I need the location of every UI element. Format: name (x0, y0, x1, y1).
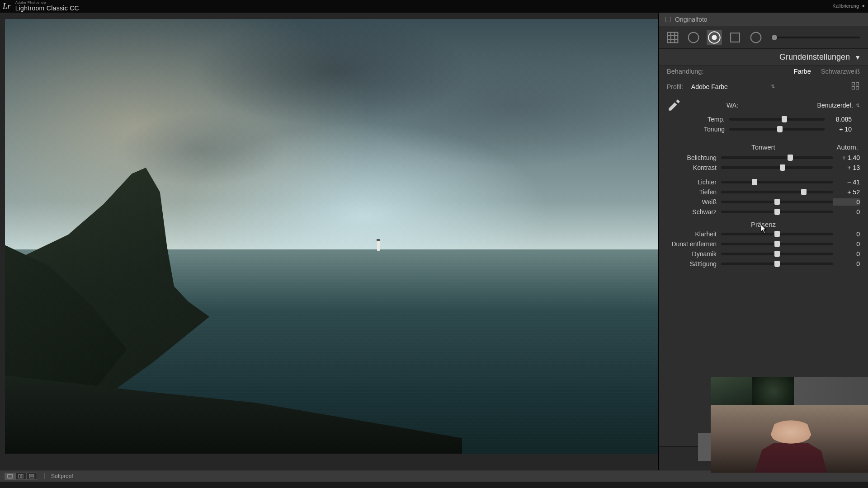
svg-point-5 (689, 32, 699, 42)
profile-label: Profil: (667, 83, 683, 90)
loupe-view-icon[interactable] (5, 473, 15, 480)
exposure-value[interactable]: + 1,40 (833, 154, 860, 161)
svg-rect-0 (668, 32, 678, 42)
originalfoto-label: Originalfoto (675, 16, 708, 23)
presence-title: Präsenz (659, 217, 868, 229)
photo-frame (5, 19, 658, 454)
vibrance-slider[interactable] (721, 253, 833, 255)
svg-rect-11 (856, 83, 859, 85)
exposure-slider[interactable] (721, 156, 833, 159)
dehaze-slider[interactable] (721, 243, 833, 245)
clarity-value[interactable]: 0 (833, 230, 860, 238)
saturation-value[interactable]: 0 (833, 260, 860, 267)
titlebar: Lr Adobe Photoshop Lightroom Classic CC (0, 0, 868, 13)
radial-tool-icon[interactable] (748, 30, 764, 45)
wb-preset[interactable]: Benutzerdef. (817, 102, 853, 109)
filmstrip-thumb[interactable] (752, 377, 794, 405)
collapse-icon[interactable]: ▼ (854, 54, 861, 61)
whites-value[interactable]: 0 (833, 198, 860, 206)
whites-label: Weiß (667, 198, 721, 206)
originalfoto-checkbox[interactable] (665, 17, 670, 22)
tint-value[interactable]: + 10 (825, 126, 852, 133)
auto-button[interactable]: Autom. (836, 143, 858, 151)
softproof-label[interactable]: Softproof (51, 473, 73, 479)
clarity-slider-row: Klarheit 0 (659, 229, 868, 239)
exposure-label: Belichtung (667, 154, 721, 161)
profile-value[interactable]: Adobe Farbe (691, 83, 768, 90)
app-vendor: Adobe Photoshop (15, 1, 79, 4)
originalfoto-row[interactable]: Originalfoto (659, 13, 868, 26)
lighthouse-detail (377, 241, 380, 251)
highlights-slider[interactable] (721, 181, 833, 183)
dehaze-slider-row: Dunst entfernen 0 (659, 239, 868, 249)
mask-amount-slider[interactable] (771, 37, 860, 38)
dehaze-label: Dunst entfernen (667, 240, 721, 248)
profile-dropdown-icon[interactable]: ⇅ (771, 84, 774, 89)
before-after-lr-icon[interactable] (15, 473, 26, 480)
redeye-tool-icon[interactable] (707, 30, 722, 45)
calibration-header[interactable]: Kalibrierung ◂ (832, 3, 864, 9)
wb-row: WA: Benutzerdef. ⇅ (667, 98, 860, 113)
tint-slider-row: Tonung + 10 (667, 124, 860, 134)
temp-label: Temp. (675, 116, 729, 123)
wb-eyedropper-icon[interactable] (667, 98, 681, 113)
svg-rect-15 (19, 474, 20, 478)
svg-rect-13 (856, 87, 859, 89)
filmstrip-thumb[interactable] (711, 377, 752, 405)
temp-slider[interactable] (729, 118, 825, 121)
blacks-slider[interactable] (721, 211, 833, 213)
saturation-slider-row: Sättigung 0 (659, 259, 868, 269)
local-tools-row (659, 26, 868, 49)
svg-point-9 (751, 32, 761, 42)
basic-panel-title: Grundeinstellungen (779, 52, 850, 62)
vibrance-value[interactable]: 0 (833, 250, 860, 258)
contrast-slider[interactable] (721, 166, 833, 169)
profile-row: Profil: Adobe Farbe ⇅ (659, 77, 868, 96)
contrast-label: Kontrast (667, 164, 721, 171)
highlights-slider-row: Lichter – 41 (659, 177, 868, 187)
highlights-value[interactable]: – 41 (833, 178, 860, 186)
blacks-slider-row: Schwarz 0 (659, 207, 868, 217)
image-viewer[interactable] (0, 13, 658, 470)
shadows-label: Tiefen (667, 188, 721, 196)
clarity-label: Klarheit (667, 230, 721, 238)
before-after-tb-icon[interactable] (26, 473, 37, 480)
treatment-bw[interactable]: Schwarzweiß (821, 68, 860, 75)
tone-title: Tonwert (751, 143, 775, 151)
svg-rect-17 (29, 474, 34, 476)
wb-label: WA: (726, 102, 738, 109)
tint-slider[interactable] (729, 128, 825, 131)
calibration-label: Kalibrierung (832, 3, 859, 9)
app-name: Lightroom Classic CC (15, 5, 79, 12)
vibrance-slider-row: Dynamik 0 (659, 249, 868, 259)
gradient-tool-icon[interactable] (727, 30, 743, 45)
wb-dropdown-icon[interactable]: ⇅ (856, 103, 860, 108)
svg-rect-10 (852, 83, 855, 85)
app-logo: Lr (3, 2, 11, 11)
saturation-slider[interactable] (721, 263, 833, 265)
contrast-slider-row: Kontrast + 13 (659, 163, 868, 173)
whites-slider[interactable] (721, 201, 833, 203)
contrast-value[interactable]: + 13 (833, 164, 860, 171)
highlights-label: Lichter (667, 178, 721, 186)
treatment-label: Behandlung: (667, 68, 703, 75)
vibrance-label: Dynamik (667, 250, 721, 258)
webcam-overlay (711, 377, 868, 473)
svg-rect-16 (21, 474, 23, 478)
exposure-slider-row: Belichtung + 1,40 (659, 153, 868, 163)
clarity-slider[interactable] (721, 233, 833, 235)
dehaze-value[interactable]: 0 (833, 240, 860, 248)
svg-rect-18 (29, 477, 34, 478)
treatment-color[interactable]: Farbe (794, 68, 811, 75)
svg-rect-8 (731, 33, 740, 42)
blacks-value[interactable]: 0 (833, 208, 860, 216)
profile-browser-icon[interactable] (851, 81, 860, 92)
shadows-slider[interactable] (721, 191, 833, 193)
temp-value[interactable]: 8.085 (825, 116, 852, 123)
preview-photo[interactable] (5, 19, 658, 454)
basic-panel-header[interactable]: Grundeinstellungen ▼ (659, 49, 868, 66)
crop-tool-icon[interactable] (665, 30, 680, 45)
shadows-value[interactable]: + 52 (833, 188, 860, 196)
spot-tool-icon[interactable] (686, 30, 701, 45)
svg-point-7 (712, 35, 717, 40)
